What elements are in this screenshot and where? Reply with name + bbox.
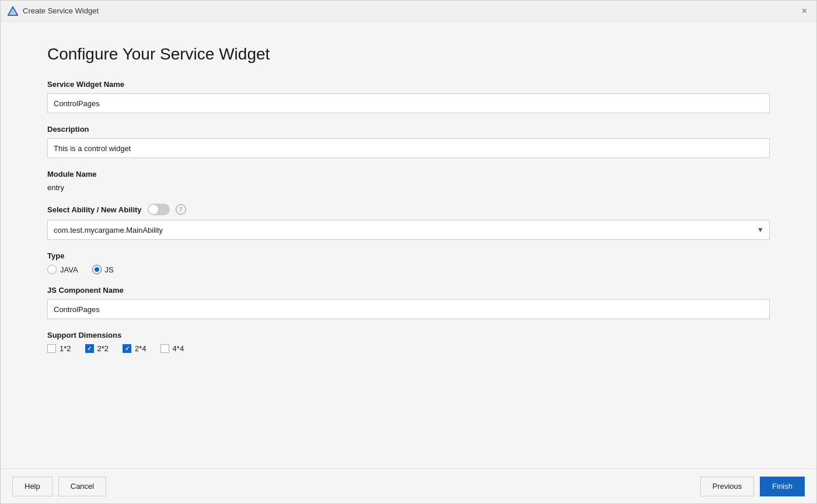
- finish-button[interactable]: Finish: [760, 477, 805, 496]
- js-component-name-group: JS Component Name: [47, 286, 770, 319]
- dialog-footer: Help Cancel Previous Finish: [1, 468, 816, 503]
- module-name-value: entry: [47, 181, 64, 194]
- main-content: Configure Your Service Widget Service Wi…: [1, 22, 816, 468]
- select-ability-label-row: Select Ability / New Ability ?: [47, 204, 770, 215]
- select-ability-label: Select Ability / New Ability: [47, 205, 142, 214]
- radio-js[interactable]: JS: [92, 265, 114, 274]
- help-button[interactable]: Help: [12, 477, 53, 496]
- checkbox-1x2-label: 1*2: [60, 344, 71, 353]
- checkbox-4x4-box: [160, 344, 169, 353]
- checkbox-2x4-label: 2*4: [135, 344, 146, 353]
- radio-js-outer: [92, 265, 102, 274]
- dimension-4x4[interactable]: 4*4: [160, 344, 184, 353]
- app-logo: [8, 6, 18, 16]
- title-bar: Create Service Widget ×: [1, 1, 816, 22]
- support-dimensions-group: Support Dimensions 1*2 ✓ 2*2 ✓ 2*4: [47, 331, 770, 353]
- checkbox-2x2-box: ✓: [85, 344, 94, 353]
- new-ability-toggle[interactable]: [148, 204, 170, 215]
- checkbox-2x2-check: ✓: [87, 345, 92, 352]
- radio-java[interactable]: JAVA: [47, 265, 78, 274]
- radio-js-inner: [95, 267, 99, 272]
- dimension-2x2[interactable]: ✓ 2*2: [85, 344, 109, 353]
- checkbox-2x2-label: 2*2: [97, 344, 109, 353]
- checkbox-2x4-check: ✓: [125, 345, 130, 352]
- dialog-window: Create Service Widget × Configure Your S…: [0, 0, 817, 504]
- checkbox-1x2-box: [47, 344, 56, 353]
- radio-js-label: JS: [105, 265, 114, 274]
- close-button[interactable]: ×: [799, 5, 809, 17]
- previous-button[interactable]: Previous: [700, 477, 755, 496]
- module-name-group: Module Name entry: [47, 170, 770, 192]
- widget-name-group: Service Widget Name: [47, 80, 770, 113]
- dimensions-checkbox-group: 1*2 ✓ 2*2 ✓ 2*4 4*4: [47, 344, 770, 353]
- description-group: Description: [47, 125, 770, 158]
- help-icon[interactable]: ?: [176, 204, 186, 215]
- type-label: Type: [47, 251, 770, 260]
- support-dimensions-label: Support Dimensions: [47, 331, 770, 340]
- ability-select-wrapper: com.test.mycargame.MainAbility ▼: [47, 220, 770, 240]
- checkbox-4x4-label: 4*4: [173, 344, 184, 353]
- checkbox-2x4-box: ✓: [123, 344, 131, 353]
- js-component-name-label: JS Component Name: [47, 286, 770, 295]
- title-bar-left: Create Service Widget: [8, 6, 99, 16]
- page-title: Configure Your Service Widget: [47, 45, 770, 64]
- widget-name-input[interactable]: [47, 93, 770, 113]
- module-name-label: Module Name: [47, 170, 770, 178]
- dimension-1x2[interactable]: 1*2: [47, 344, 71, 353]
- cancel-button[interactable]: Cancel: [58, 477, 106, 496]
- type-group: Type JAVA JS: [47, 251, 770, 274]
- type-radio-group: JAVA JS: [47, 265, 770, 274]
- footer-left-actions: Help Cancel: [12, 477, 106, 496]
- description-input[interactable]: [47, 138, 770, 158]
- description-label: Description: [47, 125, 770, 134]
- dimension-2x4[interactable]: ✓ 2*4: [123, 344, 146, 353]
- radio-java-outer: [47, 265, 57, 274]
- radio-java-label: JAVA: [60, 265, 78, 274]
- ability-select[interactable]: com.test.mycargame.MainAbility: [47, 220, 770, 240]
- js-component-name-input[interactable]: [47, 299, 770, 319]
- window-title: Create Service Widget: [23, 6, 99, 15]
- widget-name-label: Service Widget Name: [47, 80, 770, 89]
- select-ability-group: Select Ability / New Ability ? com.test.…: [47, 204, 770, 240]
- footer-right-actions: Previous Finish: [700, 477, 805, 496]
